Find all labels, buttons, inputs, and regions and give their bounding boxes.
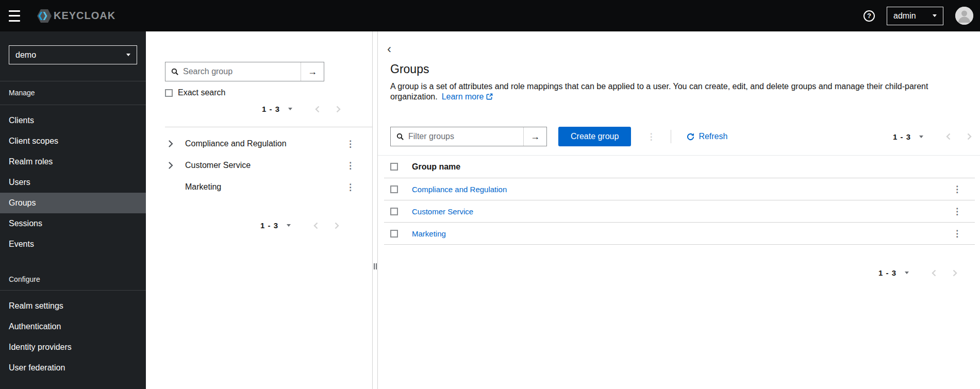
search-icon (165, 68, 179, 75)
page-description: A group is a set of attributes and role … (390, 81, 967, 102)
next-page-button[interactable] (967, 133, 972, 140)
realm-selector[interactable]: demo (9, 45, 137, 64)
previous-page-button[interactable] (313, 222, 319, 229)
chevron-down-icon (933, 14, 937, 17)
sidebar-nav: demo Manage Clients Client scopes Realm … (0, 31, 146, 389)
learn-more-link[interactable]: Learn more (442, 92, 493, 101)
previous-page-button[interactable] (946, 133, 951, 140)
pagination-range[interactable]: 1 - 3 (878, 268, 896, 277)
sidebar-item-sessions[interactable]: Sessions (0, 213, 146, 234)
tree-row: Customer Service ⋮ (146, 155, 372, 176)
pagination-caret-icon[interactable] (288, 108, 292, 110)
sidebar-item-user-federation[interactable]: User federation (0, 358, 146, 378)
group-tree: Compliance and Regulation ⋮ Customer Ser… (146, 133, 372, 198)
pagination-range[interactable]: 1 - 3 (260, 221, 278, 230)
group-tree-panel: → Exact search 1 - 3 Compliance and Re (146, 31, 373, 389)
group-link[interactable]: Marketing (412, 229, 446, 238)
sidebar-item-realm-roles[interactable]: Realm roles (0, 151, 146, 172)
exact-search-toggle: Exact search (165, 88, 225, 97)
group-search-input[interactable] (179, 67, 301, 76)
exact-search-label: Exact search (178, 88, 225, 97)
refresh-button[interactable]: Refresh (687, 132, 727, 141)
collapse-panel-button[interactable]: ‹ (387, 43, 391, 55)
sidebar-item-users[interactable]: Users (0, 172, 146, 193)
tree-row: Marketing ⋮ (146, 176, 372, 198)
brand-name: KEYCLOAK (54, 10, 115, 22)
previous-page-button[interactable] (932, 269, 937, 277)
kebab-menu-icon[interactable]: ⋮ (346, 183, 355, 192)
column-header-group-name: Group name (412, 162, 460, 172)
row-checkbox[interactable] (390, 208, 398, 215)
next-page-button[interactable] (334, 222, 339, 229)
divider (671, 130, 671, 143)
table-pagination-top: 1 - 3 (893, 132, 972, 141)
pagination-caret-icon[interactable] (919, 136, 923, 138)
kebab-menu-icon[interactable]: ⋮ (346, 140, 355, 148)
table-row: Customer Service ⋮ (384, 200, 975, 223)
avatar[interactable] (955, 7, 973, 25)
kebab-menu-icon[interactable]: ⋮ (346, 161, 355, 170)
create-group-button[interactable]: Create group (558, 127, 631, 146)
previous-page-button[interactable] (315, 106, 320, 113)
user-menu-dropdown[interactable]: admin (887, 7, 943, 25)
pagination-range[interactable]: 1 - 3 (262, 105, 280, 113)
keycloak-logo-icon (36, 8, 53, 24)
expand-chevron-icon[interactable] (168, 140, 173, 147)
row-checkbox[interactable] (390, 185, 398, 193)
kebab-menu-icon[interactable]: ⋮ (953, 207, 961, 216)
nav-section-manage: Manage (0, 81, 146, 105)
pagination-caret-icon[interactable] (287, 224, 291, 227)
nav-list-manage: Clients Client scopes Realm roles Users … (0, 105, 146, 255)
exact-search-checkbox[interactable] (165, 89, 173, 97)
hamburger-menu-button[interactable] (8, 9, 23, 23)
page-body: demo Manage Clients Client scopes Realm … (0, 31, 980, 389)
tree-item-label[interactable]: Marketing (185, 182, 221, 192)
pagination-caret-icon[interactable] (905, 272, 909, 274)
masthead-right: ? admin (863, 7, 973, 25)
row-checkbox[interactable] (390, 230, 398, 238)
search-icon (391, 133, 405, 140)
pagination-range[interactable]: 1 - 3 (893, 132, 911, 141)
table-pagination-bottom: 1 - 3 (878, 268, 957, 277)
toolbar-kebab-menu-icon[interactable]: ⋮ (646, 132, 655, 141)
kebab-menu-icon[interactable]: ⋮ (953, 185, 961, 194)
filter-submit-button[interactable]: → (523, 127, 546, 146)
table-row: Marketing ⋮ (384, 223, 975, 245)
group-search: → (165, 62, 324, 81)
group-link[interactable]: Compliance and Regulation (412, 185, 507, 194)
table-row: Compliance and Regulation ⋮ (384, 178, 975, 200)
chevron-left-icon: ‹ (387, 42, 391, 56)
sidebar-item-events[interactable]: Events (0, 234, 146, 255)
keycloak-logo: KEYCLOAK (36, 8, 115, 24)
help-icon[interactable]: ? (863, 10, 875, 22)
sidebar-item-client-scopes[interactable]: Client scopes (0, 131, 146, 151)
sidebar-item-realm-settings[interactable]: Realm settings (0, 296, 146, 316)
tree-pagination-top: 1 - 3 (262, 105, 341, 113)
nav-section-configure: Configure (0, 269, 146, 290)
tree-item-label[interactable]: Customer Service (185, 161, 251, 170)
page-title: Groups (390, 62, 967, 76)
sidebar-item-clients[interactable]: Clients (0, 110, 146, 131)
tree-pagination-bottom: 1 - 3 (260, 221, 339, 230)
page-header: Groups A group is a set of attributes an… (390, 62, 967, 102)
next-page-button[interactable] (336, 106, 341, 113)
grip-icon (374, 263, 377, 269)
masthead: KEYCLOAK ? admin (0, 0, 980, 31)
expand-chevron-icon[interactable] (168, 162, 173, 169)
filter-groups-input[interactable] (405, 132, 523, 141)
kebab-menu-icon[interactable]: ⋮ (953, 229, 961, 238)
arrow-right-icon: → (530, 131, 540, 142)
tree-item-label[interactable]: Compliance and Regulation (185, 139, 287, 148)
realm-name: demo (15, 50, 36, 60)
next-page-button[interactable] (952, 269, 957, 277)
external-link-icon (486, 93, 493, 100)
group-link[interactable]: Customer Service (412, 207, 473, 216)
sidebar-item-authentication[interactable]: Authentication (0, 316, 146, 337)
panel-resize-handle[interactable] (373, 31, 377, 389)
table-header-row: Group name (384, 156, 975, 178)
tree-row: Compliance and Regulation ⋮ (146, 133, 372, 155)
group-search-submit-button[interactable]: → (301, 62, 324, 81)
sidebar-item-identity-providers[interactable]: Identity providers (0, 337, 146, 358)
select-all-checkbox[interactable] (390, 163, 398, 171)
sidebar-item-groups[interactable]: Groups (0, 193, 146, 213)
